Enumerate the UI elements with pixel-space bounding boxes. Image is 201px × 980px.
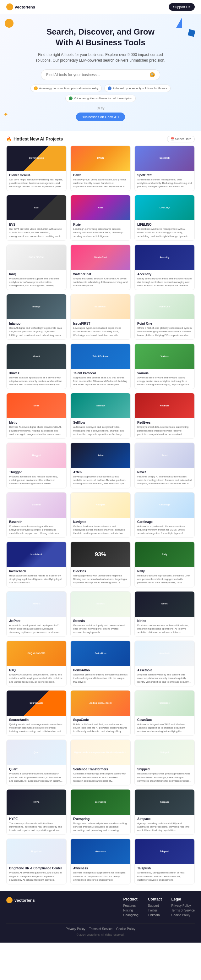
suggestion-chip-2[interactable]: 🛡 AI-based cybersecurity solutions for t… bbox=[104, 84, 171, 92]
nav-logo[interactable]: vectorlens bbox=[6, 3, 35, 10]
footer-link[interactable]: Twitter bbox=[148, 908, 162, 912]
project-card[interactable]: VariousVariousAdvanced time forward and … bbox=[135, 344, 195, 390]
discover-button[interactable]: Businesses on ChatGPT bbox=[76, 113, 125, 121]
project-card[interactable]: AztenAztenDevelops application developme… bbox=[70, 442, 131, 488]
project-card[interactable]: RedEyesRedEyesEmploys smart data science… bbox=[135, 393, 195, 439]
project-name: Basentin bbox=[9, 520, 64, 523]
project-card[interactable]: CardinageCardinageAutomates expert-level… bbox=[135, 492, 195, 538]
search-input[interactable] bbox=[46, 73, 150, 77]
project-card[interactable]: JetPostJetPostAccessible development and… bbox=[6, 591, 66, 637]
thumb-title: Sellflow bbox=[97, 404, 104, 407]
footer-cookie-link[interactable]: Cookie Policy bbox=[116, 927, 135, 931]
project-card[interactable]: KixieKixieLead high-performing sales tea… bbox=[70, 195, 131, 241]
footer-link[interactable]: Support bbox=[148, 904, 162, 907]
select-date-button[interactable]: 📅 Select Date bbox=[167, 136, 195, 142]
footer-privacy-link[interactable]: Privacy Policy bbox=[66, 927, 85, 931]
project-card[interactable]: ShippedShippedResolves complex cross-pro… bbox=[135, 740, 195, 786]
project-card[interactable]: AssetholeAssetholeAmplifies website visi… bbox=[135, 641, 195, 686]
project-card[interactable]: SpotDraftSpotDraftStreamlines contract m… bbox=[135, 146, 195, 191]
footer-link[interactable]: Features bbox=[123, 904, 138, 907]
project-name: XInveX bbox=[9, 372, 64, 375]
project-card[interactable]: Adding Build... ride itSupaCodeBuilds mu… bbox=[70, 690, 131, 736]
project-card[interactable]: StrandsStrandsGenerates real-time loyalt… bbox=[70, 591, 131, 637]
project-name: Kixie bbox=[73, 223, 128, 226]
project-name: Talspush bbox=[137, 867, 192, 870]
project-card[interactable]: BrightoneBrightone HR & Compliance Cente… bbox=[6, 838, 66, 885]
project-card[interactable]: XInveXXInveXDelivers scalable applicatio… bbox=[6, 344, 66, 390]
project-thumbnail: Kixie bbox=[71, 195, 130, 220]
project-card[interactable]: SellflowSellflowAutomates deployed and i… bbox=[70, 393, 131, 439]
project-card[interactable]: SourceAudioSourceAudioQuickly create and… bbox=[6, 690, 66, 736]
project-card[interactable]: QuartQuartProvides a comprehensive finan… bbox=[6, 740, 66, 786]
thumb-title: Shipped bbox=[160, 751, 169, 754]
project-card[interactable]: EXQ MUSIC CMSEXQEmploys AI-powered conve… bbox=[6, 641, 66, 686]
bolt-icon: ⚡ bbox=[34, 86, 38, 90]
project-description: Helps automate accurate results in a sec… bbox=[9, 574, 64, 585]
project-name: Cardinage bbox=[137, 520, 192, 523]
footer-link[interactable]: Changelog bbox=[123, 913, 138, 917]
project-card[interactable]: TalspushTalspushStreamlining, using pers… bbox=[135, 838, 195, 885]
project-description: Delivers AI-driven digital photo creatio… bbox=[9, 425, 64, 436]
project-card[interactable]: HYPEHYPETransforms professionals with AI… bbox=[6, 789, 66, 835]
project-card[interactable]: EverspringEverspringDesign in an advance… bbox=[70, 789, 131, 835]
footer-link[interactable]: Privacy Policy bbox=[171, 904, 195, 907]
project-name: Brightone HR & Compliance Center bbox=[9, 867, 64, 870]
project-thumbnail: Sellflow bbox=[71, 393, 130, 418]
project-card[interactable]: LIFELINQLIFELINQStreamlines workforce ma… bbox=[135, 195, 195, 241]
footer-link[interactable]: Pricing bbox=[123, 908, 138, 912]
footer-logo-text: vectorlens bbox=[14, 898, 35, 903]
project-name: JetPost bbox=[9, 619, 64, 623]
project-card[interactable]: CleanDocCleanDocAutomates integration of… bbox=[135, 690, 195, 736]
project-card[interactable]: InvelicheckInvelicheckHelps automate acc… bbox=[6, 541, 66, 587]
project-thumbnail: SpotDraft bbox=[135, 146, 195, 171]
project-card[interactable]: BORN DIGITALInnQProvides personalized su… bbox=[6, 245, 66, 290]
project-description: Combines seamless earning and human anal… bbox=[9, 525, 64, 535]
project-card[interactable]: Point OnePoint OneOffers a first-of-kind… bbox=[135, 294, 195, 340]
project-card[interactable]: AccentifyAccentifyEasily detect dynamic … bbox=[135, 245, 195, 290]
project-name: EXQ bbox=[9, 668, 64, 672]
project-thumbnail: Clover Genius bbox=[6, 146, 66, 171]
project-card[interactable]: Talent ProtocolTalent ProtocolAggregates… bbox=[70, 344, 131, 390]
project-card[interactable]: ThuggedThuggedProvides accessible and re… bbox=[6, 442, 66, 488]
project-card[interactable]: RallyRallyRemoves document processes, co… bbox=[135, 541, 195, 587]
project-card[interactable]: EVSEVSOur GPT provides video production … bbox=[6, 195, 66, 241]
project-card[interactable]: 93%BlockiesUsing algorithms with unrestr… bbox=[70, 541, 131, 587]
project-name: Metrc bbox=[9, 421, 64, 424]
project-card[interactable]: WatcheChatWatcheChatAmplify marketing ef… bbox=[70, 245, 131, 290]
footer-link[interactable]: Terms of Service bbox=[171, 908, 195, 912]
project-card[interactable]: DAWNDawnInstantly prove, verify, authent… bbox=[70, 146, 131, 191]
footer-terms-link[interactable]: Terms of Service bbox=[89, 927, 112, 931]
project-thumbnail: Adding Build... ride it bbox=[71, 690, 130, 716]
project-card[interactable]: NiriosNiriosProvides continuous trust wi… bbox=[135, 591, 195, 637]
project-card[interactable]: RavetRavetFeatures deeply AI interaction… bbox=[135, 442, 195, 488]
footer-logo[interactable]: vectorlens bbox=[6, 897, 35, 903]
project-name: Rally bbox=[137, 570, 192, 573]
project-card[interactable]: IssueFIRSTIssueFIRSTLeverages hyper-pers… bbox=[70, 294, 131, 340]
footer-link[interactable]: Cookie Policy bbox=[171, 913, 195, 917]
project-description: Employs smart data science tools, automa… bbox=[137, 425, 192, 436]
shield-icon: 🛡 bbox=[108, 86, 111, 90]
project-card[interactable]: NavigateNavigateGathers feedback from cu… bbox=[70, 492, 131, 538]
project-card[interactable]: Clover GeniusClover GeniusOur GPT helps … bbox=[6, 146, 66, 191]
footer-col-1: ContactSupportTwitterLinkedIn bbox=[148, 897, 162, 918]
project-card[interactable]: MetrcMetrcDelivers AI-driven digital pho… bbox=[6, 393, 66, 439]
project-card[interactable]: AwrenessAwrenessDelivers intelligent AI … bbox=[70, 838, 131, 885]
project-thumbnail: XInveX bbox=[6, 344, 66, 369]
suggestion-chip-1[interactable]: ⚡ An energy consumption optimization in … bbox=[30, 84, 102, 92]
project-card[interactable]: AirspaceAirspaceAgency, providing real-t… bbox=[135, 789, 195, 835]
project-name: InnQ bbox=[9, 272, 64, 276]
project-name: Navigate bbox=[73, 520, 128, 523]
project-description: Aggregates and certifies skills and that… bbox=[73, 376, 128, 387]
thumb-title: WatcheChat bbox=[94, 256, 107, 259]
suggestion-chip-3[interactable]: 🎙 Voice recognition software for call tr… bbox=[65, 95, 136, 102]
support-button[interactable]: Support Us bbox=[169, 3, 195, 11]
project-card[interactable]: BasentinBasentinCombines seamless earnin… bbox=[6, 492, 66, 538]
footer-nav: Privacy Policy Terms of Service Cookie P… bbox=[6, 927, 195, 931]
project-name: Quart bbox=[9, 768, 64, 771]
project-card[interactable]: PerksAlthoPerksAlthoSeamless premium-dif… bbox=[70, 641, 131, 686]
project-card[interactable]: Higher needs a new playbook. We already … bbox=[70, 740, 131, 786]
deco-star: ✦ bbox=[3, 111, 8, 118]
project-card[interactable]: IntangoIntangoUses AI digital and techno… bbox=[6, 294, 66, 340]
footer-link[interactable]: LinkedIn bbox=[148, 913, 162, 917]
project-name: Sentence Transformers bbox=[73, 768, 128, 771]
